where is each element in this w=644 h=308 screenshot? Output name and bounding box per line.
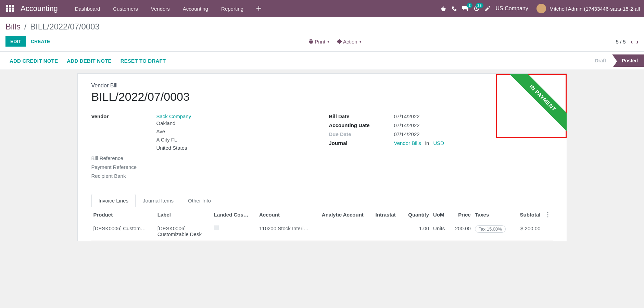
- tax-pill[interactable]: Tax 15.00%: [475, 225, 506, 233]
- col-price[interactable]: Price: [450, 207, 473, 222]
- col-landed[interactable]: Landed Cos…: [212, 207, 257, 222]
- add-credit-note-button[interactable]: Add Credit Note: [10, 58, 58, 64]
- document-type: Vendor Bill: [91, 83, 553, 89]
- breadcrumb-parent[interactable]: Bills: [5, 22, 21, 31]
- payment-reference-label: Payment Reference: [91, 164, 156, 170]
- col-label[interactable]: Label: [155, 207, 212, 222]
- nav-accounting[interactable]: Accounting: [177, 4, 214, 14]
- reset-to-draft-button[interactable]: Reset to Draft: [121, 58, 166, 64]
- print-icon: [308, 39, 313, 44]
- col-intrastat[interactable]: Intrastat: [374, 207, 402, 222]
- plus-icon: [256, 6, 261, 11]
- breadcrumb-sep: /: [24, 22, 27, 31]
- systray: 2 38 US Company Mitchell Admin (17433446…: [441, 4, 640, 13]
- status-bar: Add Credit Note Add Debit Note Reset to …: [0, 52, 644, 70]
- journal-label: Journal: [329, 140, 394, 146]
- cell-label: [DESK0006] Customizable Desk: [155, 222, 212, 241]
- status-draft[interactable]: Draft: [589, 54, 613, 67]
- form-tabs: Invoice Lines Journal Items Other Info: [91, 194, 553, 207]
- bill-reference-label: Bill Reference: [91, 155, 156, 161]
- nav-plus[interactable]: [250, 4, 267, 14]
- main-navbar: Accounting Dashboard Customers Vendors A…: [0, 0, 644, 17]
- ribbon-wrap: IN PAYMENT: [498, 74, 567, 135]
- col-analytic[interactable]: Analytic Account: [320, 207, 374, 222]
- pager-next[interactable]: ›: [636, 38, 639, 46]
- col-product[interactable]: Product: [91, 207, 155, 222]
- messages-icon[interactable]: 2: [462, 6, 468, 11]
- avatar: [536, 4, 546, 13]
- cell-account: 110200 Stock Interi…: [257, 222, 320, 241]
- chevron-down-icon: ▼: [327, 40, 330, 44]
- chevron-down-icon: ▼: [359, 40, 362, 44]
- left-column: Vendor Sack Company Oakland Ave A City F…: [91, 113, 315, 182]
- cell-subtotal: $ 200.00: [514, 222, 542, 241]
- kebab-icon[interactable]: ⋮: [545, 211, 551, 218]
- activities-icon[interactable]: 38: [474, 6, 479, 11]
- tab-invoice-lines[interactable]: Invoice Lines: [91, 194, 136, 207]
- table-row[interactable]: [DESK0006] Custom… [DESK0006] Customizab…: [91, 222, 553, 241]
- journal-connector: in: [425, 140, 429, 146]
- user-name: Mitchell Admin (17433446-saas-15-2-all: [550, 6, 640, 12]
- vendor-addr1: Oakland: [156, 119, 315, 127]
- cell-price: 200.00: [450, 222, 473, 241]
- phone-icon[interactable]: [452, 6, 457, 11]
- vendor-addr4: United States: [156, 144, 315, 152]
- create-button[interactable]: Create: [26, 36, 55, 47]
- cell-product: [DESK0006] Custom…: [91, 222, 155, 241]
- company-switcher[interactable]: US Company: [496, 5, 528, 12]
- pager-prev[interactable]: ‹: [631, 38, 633, 46]
- breadcrumb: Bills / BILL/2022/07/0003: [5, 22, 100, 32]
- nav-vendors[interactable]: Vendors: [145, 4, 176, 14]
- cell-intrastat: [374, 222, 402, 241]
- nav-links: Dashboard Customers Vendors Accounting R…: [69, 4, 438, 14]
- invoice-lines-table: Product Label Landed Cos… Account Analyt…: [91, 207, 553, 241]
- nav-dashboard[interactable]: Dashboard: [69, 4, 106, 14]
- cell-analytic: [320, 222, 374, 241]
- debug-icon[interactable]: [441, 6, 446, 11]
- cell-quantity: 1.00: [402, 222, 431, 241]
- bill-date-label: Bill Date: [329, 113, 394, 119]
- landed-checkbox[interactable]: [214, 225, 219, 230]
- tab-other-info[interactable]: Other Info: [181, 194, 218, 207]
- tools-icon[interactable]: [485, 6, 490, 11]
- col-account[interactable]: Account: [257, 207, 320, 222]
- nav-customers[interactable]: Customers: [107, 4, 144, 14]
- col-subtotal[interactable]: Subtotal: [514, 207, 542, 222]
- recipient-bank-label: Recipient Bank: [91, 173, 156, 179]
- nav-reporting[interactable]: Reporting: [215, 4, 250, 14]
- activities-badge: 38: [476, 3, 483, 8]
- col-taxes[interactable]: Taxes: [473, 207, 514, 222]
- form-sheet: IN PAYMENT Vendor Bill BILL/2022/07/0003…: [77, 73, 567, 241]
- action-button[interactable]: Action ▼: [337, 39, 362, 45]
- col-uom[interactable]: UoM: [431, 207, 450, 222]
- user-menu[interactable]: Mitchell Admin (17433446-saas-15-2-all: [536, 4, 640, 13]
- vendor-link[interactable]: Sack Company: [156, 113, 315, 119]
- pager[interactable]: 5 / 5: [616, 39, 626, 45]
- breadcrumb-current: BILL/2022/07/0003: [30, 22, 100, 31]
- vendor-addr2: Ave: [156, 127, 315, 136]
- journal-link[interactable]: Vendor Bills: [394, 140, 421, 146]
- tab-journal-items[interactable]: Journal Items: [136, 194, 181, 207]
- cell-landed: [212, 222, 257, 241]
- print-button[interactable]: Print ▼: [308, 39, 330, 45]
- col-kebab[interactable]: ⋮: [543, 207, 553, 222]
- vendor-addr3: A City FL: [156, 136, 315, 144]
- journal-currency[interactable]: USD: [433, 140, 444, 146]
- gear-icon: [337, 39, 342, 44]
- apps-icon[interactable]: [4, 3, 16, 14]
- payment-ribbon: IN PAYMENT: [506, 74, 566, 134]
- messages-badge: 2: [467, 3, 472, 8]
- print-label: Print: [315, 39, 325, 45]
- document-title: BILL/2022/07/0003: [91, 90, 553, 103]
- accounting-date-label: Accounting Date: [329, 122, 394, 128]
- cell-uom: Units: [431, 222, 450, 241]
- add-debit-note-button[interactable]: Add Debit Note: [67, 58, 111, 64]
- due-date-label: Due Date: [329, 131, 394, 137]
- control-panel: Bills / BILL/2022/07/0003 Edit Create Pr…: [0, 17, 644, 52]
- cell-taxes: Tax 15.00%: [473, 222, 514, 241]
- edit-button[interactable]: Edit: [5, 36, 26, 47]
- col-quantity[interactable]: Quantity: [402, 207, 431, 222]
- app-brand[interactable]: Accounting: [21, 4, 58, 13]
- action-label: Action: [343, 39, 357, 45]
- vendor-label: Vendor: [91, 113, 156, 119]
